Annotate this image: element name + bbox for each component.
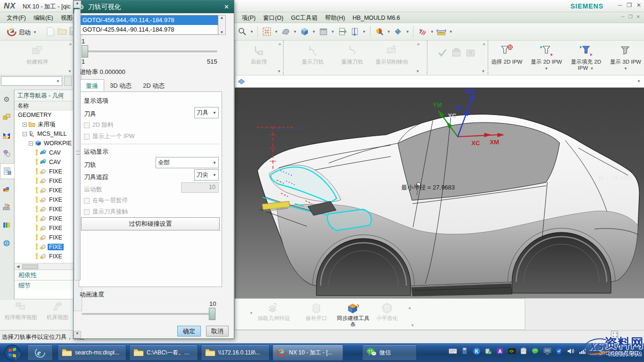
tab-重播[interactable]: 重播 xyxy=(80,79,104,93)
start-orb[interactable] xyxy=(4,344,21,362)
volume-tray-icon[interactable] xyxy=(567,347,575,355)
edit-display-icon[interactable] xyxy=(374,26,385,37)
tree-item-label[interactable]: GEOMETRY xyxy=(17,112,53,118)
section-2-icon[interactable] xyxy=(349,26,361,37)
dependencies-panel[interactable]: 相依性 xyxy=(15,270,77,280)
chevron-down-icon[interactable]: ▼ xyxy=(387,30,391,34)
tree-item-label[interactable]: FIXE xyxy=(48,178,64,184)
program-order-view-button[interactable]: 程序顺序视图 xyxy=(4,301,38,321)
fit-view-icon[interactable] xyxy=(261,26,272,37)
tree-row[interactable]: FIXE xyxy=(15,205,77,214)
verify-icon-1[interactable] xyxy=(437,47,448,60)
part-navigator-icon[interactable] xyxy=(0,145,13,161)
clipboard-tray-icon[interactable] xyxy=(520,347,528,355)
constraint-navigator-icon[interactable] xyxy=(0,127,13,143)
restore-icon[interactable]: ❐ xyxy=(627,2,632,8)
layers-icon[interactable] xyxy=(237,77,246,88)
tree-item-label[interactable]: FIXE xyxy=(48,244,64,250)
ipw-button-ipw-show[interactable]: 显示 2D IPW ▼ xyxy=(528,43,565,72)
menu-item-right-2[interactable]: GC工具箱 xyxy=(287,14,321,23)
tree-row[interactable]: CAV xyxy=(15,148,77,157)
tree-row[interactable]: −WORKPIE xyxy=(15,139,77,148)
chevron-down-icon[interactable]: ▼ xyxy=(293,30,297,34)
chevron-down-icon[interactable]: ▼ xyxy=(448,30,453,34)
menu-item-2[interactable]: 视图(V) xyxy=(57,14,74,23)
open-file-icon[interactable] xyxy=(58,27,67,37)
section-1-icon[interactable] xyxy=(337,26,348,37)
chevron-down-icon[interactable]: ▼ xyxy=(411,323,414,328)
menu-item-0[interactable]: 文件(F) xyxy=(3,14,30,23)
tree-item-label[interactable]: CAV xyxy=(48,149,62,156)
chevron-down-icon[interactable]: ▼ xyxy=(249,30,254,34)
tree-horizontal-scrollbar[interactable]: ◀ xyxy=(15,263,77,270)
shaded-cube-icon[interactable] xyxy=(299,26,310,37)
flat-face-icon[interactable] xyxy=(318,26,329,37)
postprocess-button[interactable]: 后处理 xyxy=(240,43,277,65)
minimize-icon[interactable]: ─ xyxy=(618,2,622,8)
wechat-tray-tray-icon[interactable] xyxy=(531,347,539,355)
ipw-button-ipw-fill[interactable]: 显示填充 2D IPW ▼ xyxy=(568,43,604,72)
tree-item-label[interactable]: FIXE xyxy=(48,225,64,231)
taskbar-button-4[interactable]: 微信 xyxy=(362,345,417,361)
chevron-down-icon[interactable]: ▼ xyxy=(330,30,335,34)
ipw-button-ipw-3d[interactable]: 显示 3D IPW ▼ xyxy=(607,43,644,72)
scroll-up-icon[interactable]: ▲ xyxy=(220,16,224,20)
tree-row[interactable]: FIXE xyxy=(15,167,77,176)
chevron-down-icon[interactable]: ▼ xyxy=(274,30,279,34)
expand-group-icon[interactable]: » xyxy=(69,41,72,47)
bottom-button-sync-modeling[interactable]: 同步建模工具条 xyxy=(335,301,371,328)
show-previous-ipw-checkbox[interactable]: 显示上一个 IPW xyxy=(84,132,135,140)
verify-icon-3[interactable] xyxy=(465,47,477,60)
tree-row[interactable]: CAV xyxy=(15,157,77,167)
tree-row[interactable]: FIXE xyxy=(15,242,77,252)
tree-row[interactable]: FIXE xyxy=(15,176,77,186)
tree-item-label[interactable]: FIXE xyxy=(48,168,64,175)
taskbar-clock[interactable]: 2019/10/8 星期二 xyxy=(599,350,639,357)
step-slider-thumb[interactable] xyxy=(82,45,88,58)
mdi-restore-icon[interactable]: ❐ xyxy=(628,14,633,19)
taskbar-ie-button[interactable]: e xyxy=(27,345,53,361)
verify-icon-2[interactable] xyxy=(451,47,462,60)
menu-item-right-4[interactable]: HB_MOULD M6.6 xyxy=(349,14,404,22)
tab-2D 动态[interactable]: 2D 动态 xyxy=(137,79,170,93)
tree-row[interactable]: FIXE xyxy=(15,223,77,233)
keyboard-tray-icon[interactable] xyxy=(449,347,457,355)
speed-slider-thumb[interactable] xyxy=(209,308,215,320)
speed-slider-track[interactable] xyxy=(82,313,215,315)
tree-row[interactable]: FIXE xyxy=(15,233,77,242)
chevron-down-icon[interactable]: ▼ xyxy=(277,69,281,74)
gouge-collision-settings-button[interactable]: 过切和碰撞设置 xyxy=(81,217,220,230)
scroll-down-icon[interactable]: ▼ xyxy=(74,331,81,338)
toolpath-dropdown[interactable]: 全部▼ xyxy=(156,157,219,168)
expand-group-icon[interactable]: » xyxy=(417,41,420,47)
chevron-down-icon[interactable]: ▼ xyxy=(312,30,316,34)
kmplayer-tray-icon[interactable]: K xyxy=(472,347,480,355)
navigator-column-header[interactable]: 名称 xyxy=(15,101,77,110)
tree-item-label[interactable]: FIXE xyxy=(48,234,64,241)
usb-safe-tray-icon[interactable] xyxy=(484,347,492,355)
start-menu-button[interactable]: 启动 ▼ xyxy=(4,25,41,40)
cancel-button[interactable]: 取消 xyxy=(206,326,229,337)
tree-row[interactable]: FIXE xyxy=(15,214,77,223)
selection-extra-button[interactable] xyxy=(64,76,72,86)
menu-item-right-0[interactable]: 项(P) xyxy=(238,14,259,23)
tree-item-label[interactable]: FIXE xyxy=(48,253,64,260)
goto-list-item[interactable]: GOTO/-456.944,-90.114,-184.978 xyxy=(81,16,218,25)
scroll-left-icon[interactable]: ◀ xyxy=(15,264,21,269)
toolbar-button-显示切削移动[interactable]: 显示切削移动 xyxy=(373,43,410,65)
pause-each-layer-checkbox[interactable]: 在每一层暂停 xyxy=(84,197,128,205)
selection-filter-combobox[interactable]: ▼ xyxy=(1,76,62,86)
chevron-down-icon[interactable]: ▼ xyxy=(481,69,485,74)
machining-library-icon[interactable] xyxy=(0,181,13,197)
dictionary-tray-icon[interactable]: A xyxy=(496,347,504,355)
magnifier-icon[interactable] xyxy=(237,26,248,37)
tool-trace-dropdown[interactable]: 刀尖▼ xyxy=(194,169,219,181)
scroll-up-icon[interactable]: ▲ xyxy=(74,0,81,8)
menu-item-right-1[interactable]: 窗口(O) xyxy=(259,14,287,23)
chevron-down-icon[interactable]: ▼ xyxy=(408,306,412,311)
tree-item-label[interactable]: MCS_MILL xyxy=(36,131,68,137)
tree-item-label[interactable]: FIXE xyxy=(48,215,64,222)
bottom-button-patch-opening[interactable]: 修补开口 xyxy=(298,301,334,321)
menu-item-right-3[interactable]: 帮助(H) xyxy=(321,14,348,23)
tree-row[interactable]: FIXE xyxy=(15,252,77,261)
